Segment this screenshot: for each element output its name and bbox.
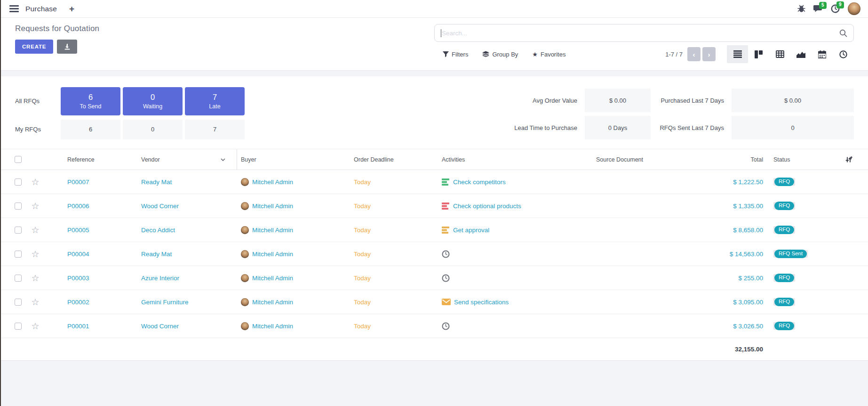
header-reference[interactable]: Reference: [46, 149, 128, 170]
create-button[interactable]: CREATE: [15, 40, 53, 54]
row-checkbox[interactable]: [15, 299, 22, 306]
user-avatar[interactable]: [848, 2, 860, 15]
favorite-star-icon[interactable]: ☆: [31, 226, 39, 235]
clock-icon: [442, 274, 450, 282]
debug-bug-icon[interactable]: [797, 5, 805, 13]
to-send-button[interactable]: 6 To Send: [61, 87, 120, 115]
vendor-link[interactable]: Ready Mat: [141, 251, 172, 258]
activity-label[interactable]: Send specifications: [454, 299, 509, 306]
reference-link[interactable]: P00007: [67, 179, 89, 186]
buyer-name[interactable]: Mitchell Admin: [252, 227, 293, 234]
activity-label[interactable]: Check optional products: [453, 203, 521, 210]
table-row[interactable]: ☆P00006Wood CornerMitchell AdminTodayChe…: [1, 194, 868, 218]
row-checkbox[interactable]: [15, 179, 22, 186]
header-activities[interactable]: Activities: [439, 149, 595, 170]
activity-label[interactable]: Check competitors: [453, 179, 506, 186]
calendar-view-button[interactable]: [812, 45, 833, 63]
waiting-button[interactable]: 0 Waiting: [123, 87, 183, 115]
order-deadline: Today: [354, 251, 371, 258]
search-icon[interactable]: [839, 29, 847, 37]
reference-link[interactable]: P00002: [67, 299, 89, 306]
total-amount: $ 1,222.50: [733, 179, 763, 186]
search-box[interactable]: [434, 24, 854, 42]
app-name[interactable]: Purchase: [25, 5, 57, 13]
star-icon: ★: [532, 51, 538, 58]
reference-link[interactable]: P00005: [67, 227, 89, 234]
table-row[interactable]: ☆P00004Ready MatMitchell AdminToday$ 14,…: [1, 242, 868, 266]
table-row[interactable]: ☆P00003Azure InteriorMitchell AdminToday…: [1, 266, 868, 290]
status-badge: RFQ: [773, 298, 795, 306]
vendor-link[interactable]: Ready Mat: [141, 179, 172, 186]
row-checkbox[interactable]: [15, 203, 22, 210]
activity-view-button[interactable]: [833, 45, 854, 63]
late-button[interactable]: 7 Late: [185, 87, 245, 115]
pager-previous-button[interactable]: ‹: [687, 47, 701, 61]
envelope-icon: [442, 299, 451, 305]
select-all-checkbox[interactable]: [15, 156, 22, 163]
favorite-star-icon[interactable]: ☆: [31, 298, 39, 307]
messages-icon[interactable]: 5: [813, 5, 823, 13]
header-status[interactable]: Status: [763, 149, 834, 170]
header-total[interactable]: Total: [711, 149, 763, 170]
pager-range: 1-7 / 7: [665, 51, 683, 58]
my-late-value[interactable]: 7: [185, 120, 245, 139]
kanban-view-button[interactable]: [748, 45, 769, 63]
vendor-link[interactable]: Wood Corner: [141, 323, 179, 330]
pivot-view-icon: [776, 50, 784, 58]
vendor-link[interactable]: Azure Interior: [141, 275, 179, 282]
order-deadline: Today: [354, 203, 371, 210]
activity-label[interactable]: Get approval: [453, 227, 489, 234]
list-view-button[interactable]: [727, 45, 748, 63]
my-to-send-value[interactable]: 6: [61, 120, 120, 139]
my-waiting-value[interactable]: 0: [123, 120, 183, 139]
row-checkbox[interactable]: [15, 323, 22, 330]
header-source-document[interactable]: Source Document: [595, 149, 711, 170]
favorite-star-icon[interactable]: ☆: [31, 202, 39, 211]
favorite-star-icon[interactable]: ☆: [31, 322, 39, 331]
apps-menu-icon[interactable]: [9, 5, 19, 12]
export-button[interactable]: [57, 40, 77, 54]
row-checkbox[interactable]: [15, 227, 22, 234]
buyer-name[interactable]: Mitchell Admin: [252, 203, 293, 210]
favorite-star-icon[interactable]: ☆: [31, 178, 39, 187]
filters-button[interactable]: Filters: [443, 51, 468, 58]
search-input[interactable]: [441, 30, 839, 37]
reference-link[interactable]: P00001: [67, 323, 89, 330]
pager-next-button[interactable]: ›: [702, 47, 716, 61]
reference-link[interactable]: P00006: [67, 203, 89, 210]
buyer-avatar: [241, 226, 249, 234]
favorites-button[interactable]: ★ Favorites: [532, 51, 565, 58]
favorite-star-icon[interactable]: ☆: [31, 274, 39, 283]
activities-clock-icon[interactable]: 9: [831, 4, 840, 13]
kpi-label: Lead Time to Purchase: [422, 124, 577, 131]
buyer-name[interactable]: Mitchell Admin: [252, 323, 293, 330]
vendor-link[interactable]: Gemini Furniture: [141, 299, 189, 306]
row-checkbox[interactable]: [15, 275, 22, 282]
vendor-link[interactable]: Deco Addict: [141, 227, 175, 234]
vendor-link[interactable]: Wood Corner: [141, 203, 179, 210]
favorite-star-icon[interactable]: ☆: [31, 250, 39, 259]
table-row[interactable]: ☆P00007Ready MatMitchell AdminTodayCheck…: [1, 170, 868, 194]
header-buyer[interactable]: Buyer: [237, 149, 350, 170]
new-tab-plus-icon[interactable]: +: [69, 4, 74, 13]
messages-count-badge: 5: [819, 2, 827, 9]
table-row[interactable]: ☆P00002Gemini FurnitureMitchell AdminTod…: [1, 290, 868, 314]
row-checkbox[interactable]: [15, 251, 22, 258]
reference-link[interactable]: P00003: [67, 275, 89, 282]
buyer-name[interactable]: Mitchell Admin: [252, 275, 293, 282]
table-body: ☆P00007Ready MatMitchell AdminTodayCheck…: [1, 170, 868, 338]
table-row[interactable]: ☆P00001Wood CornerMitchell AdminToday$ 3…: [1, 314, 868, 338]
pivot-view-button[interactable]: [769, 45, 790, 63]
buyer-name[interactable]: Mitchell Admin: [252, 299, 293, 306]
table-row[interactable]: ☆P00005Deco AddictMitchell AdminTodayGet…: [1, 218, 868, 242]
buyer-name[interactable]: Mitchell Admin: [252, 251, 293, 258]
group-by-button[interactable]: Group By: [482, 51, 518, 58]
buyer-avatar: [241, 298, 249, 306]
filter-funnel-icon: [443, 51, 449, 57]
reference-link[interactable]: P00004: [67, 251, 89, 258]
header-order-deadline[interactable]: Order Deadline: [350, 149, 439, 170]
optional-columns-sliders-icon[interactable]: [845, 156, 852, 163]
buyer-name[interactable]: Mitchell Admin: [252, 179, 293, 186]
header-vendor[interactable]: Vendor: [128, 149, 237, 170]
graph-view-button[interactable]: [790, 45, 812, 63]
